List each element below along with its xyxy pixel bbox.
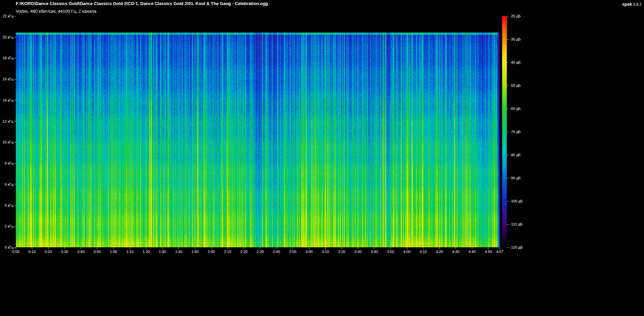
freq-tick-label: 8 кГц: [1, 161, 13, 165]
freq-tick-label: 12 кГц: [1, 119, 13, 123]
db-tick-label: -90 дБ: [510, 176, 521, 180]
freq-tick: [14, 37, 16, 37]
freq-tick-label: 0 кГц: [1, 245, 13, 249]
time-tick: [97, 247, 97, 249]
time-tick-label: 3:50: [387, 250, 394, 254]
time-tick-label: 3:40: [371, 250, 378, 254]
time-tick: [211, 247, 212, 249]
file-path-title: F:\KORG\Dance Classics Gold\Dance Classi…: [16, 1, 268, 6]
time-tick-label: 2:50: [289, 250, 296, 254]
time-tick-label: 0:20: [45, 250, 52, 254]
time-tick-label: 4:00: [403, 250, 410, 254]
db-tick-label: -110 дБ: [510, 222, 523, 226]
time-tick: [439, 247, 440, 249]
db-tick: [507, 224, 508, 225]
db-tick-label: -20 дБ: [510, 14, 521, 18]
db-tick-label: -80 дБ: [510, 153, 521, 157]
time-tick: [292, 247, 293, 249]
time-tick-label: 0:00: [12, 250, 19, 254]
time-tick: [130, 247, 130, 249]
legend-gradient-bar: [502, 16, 507, 247]
db-tick: [507, 62, 508, 63]
time-tick: [325, 247, 326, 249]
db-tick: [507, 178, 508, 178]
db-tick: [507, 155, 508, 155]
time-tick-label: 3:00: [306, 250, 313, 254]
time-tick-label: 4:30: [452, 250, 459, 254]
freq-tick: [14, 16, 16, 16]
spectrogram-canvas: [16, 16, 500, 247]
time-tick-label: 1:40: [175, 250, 182, 254]
db-tick: [507, 16, 508, 16]
time-tick-label: 2:00: [208, 250, 215, 254]
time-tick: [178, 247, 179, 249]
time-tick-label: 4:50: [485, 250, 492, 254]
freq-tick: [14, 184, 16, 184]
time-tick-label: 4:20: [436, 250, 443, 254]
freq-tick-label: 18 кГц: [1, 56, 13, 60]
time-tick: [227, 247, 228, 249]
db-tick-label: -40 дБ: [510, 60, 521, 64]
time-tick-label: 0:50: [94, 250, 101, 254]
time-tick: [162, 247, 163, 249]
db-tick-label: -30 дБ: [510, 37, 521, 41]
time-tick-label: 1:30: [159, 250, 166, 254]
freq-tick-label: 4 кГц: [1, 203, 13, 207]
freq-tick: [14, 121, 16, 121]
app-version: 0.8.2: [633, 2, 641, 6]
app-brand: spek0.8.2: [622, 1, 641, 7]
time-tick-label: 3:20: [338, 250, 345, 254]
time-tick: [260, 247, 260, 249]
time-tick-label: 1:20: [143, 250, 150, 254]
db-tick-label: -100 дБ: [510, 199, 523, 203]
time-tick: [407, 247, 407, 249]
time-tick: [48, 247, 49, 249]
db-tick: [507, 247, 508, 248]
freq-tick: [14, 100, 16, 100]
freq-tick-label: 20 кГц: [1, 35, 13, 39]
time-tick-label: 4:57: [496, 250, 503, 254]
app-name: spek: [622, 2, 632, 7]
time-tick: [276, 247, 277, 249]
freq-tick: [14, 205, 16, 205]
freq-tick-label: 22 кГц: [1, 14, 13, 18]
db-tick: [507, 39, 508, 40]
freq-tick: [14, 142, 16, 142]
time-tick: [81, 247, 81, 249]
time-tick-label: 3:30: [355, 250, 362, 254]
time-tick: [390, 247, 391, 249]
time-tick: [374, 247, 374, 249]
freq-tick: [14, 79, 16, 79]
time-tick: [309, 247, 309, 249]
db-tick-label: -70 дБ: [510, 130, 521, 134]
db-tick: [507, 109, 508, 109]
time-tick: [195, 247, 195, 249]
db-tick: [507, 132, 508, 132]
freq-tick: [14, 226, 16, 227]
time-tick: [488, 247, 488, 249]
time-tick: [244, 247, 244, 249]
db-tick: [507, 201, 508, 201]
db-tick: [507, 85, 508, 86]
db-tick-label: -50 дБ: [510, 83, 521, 87]
time-tick: [358, 247, 358, 249]
time-tick: [32, 247, 32, 249]
time-tick-label: 4:10: [420, 250, 427, 254]
spek-window: F:\KORG\Dance Classics Gold\Dance Classi…: [0, 0, 644, 316]
time-tick-label: 0:30: [61, 250, 68, 254]
time-tick: [341, 247, 342, 249]
time-tick-label: 2:30: [257, 250, 264, 254]
time-tick-label: 3:10: [322, 250, 329, 254]
time-tick-label: 4:40: [469, 250, 476, 254]
time-tick: [423, 247, 423, 249]
freq-tick-label: 16 кГц: [1, 77, 13, 81]
freq-tick-label: 2 кГц: [1, 224, 13, 228]
freq-tick: [14, 163, 16, 164]
stream-info: Vorbis, 480 кбит/сек, 44100 Гц, 2 канала: [16, 9, 96, 14]
time-tick-label: 0:10: [29, 250, 36, 254]
time-tick: [472, 247, 472, 249]
db-tick-label: -120 дБ: [510, 245, 523, 249]
freq-tick-label: 6 кГц: [1, 182, 13, 186]
time-tick-label: 1:10: [126, 250, 133, 254]
time-tick-label: 1:00: [110, 250, 117, 254]
